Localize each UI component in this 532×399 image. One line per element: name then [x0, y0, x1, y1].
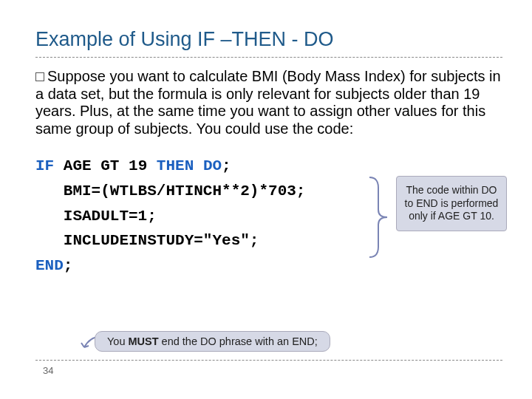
square-bullet-icon: [35, 72, 44, 81]
callout-box: The code within DO to END is performed o…: [396, 176, 507, 231]
code-text: AGE GT 19: [54, 157, 157, 174]
footer: 34: [35, 360, 502, 377]
end-note-post: end the DO phrase with an END;: [159, 335, 318, 347]
page-number: 34: [43, 365, 53, 376]
code-line-2: BMI=(WTLBS/HTINCH**2)*703;: [35, 183, 305, 200]
code-text: ;: [222, 157, 231, 174]
end-note-box: You MUST end the DO phrase with an END;: [95, 331, 330, 352]
code-text: ;: [64, 257, 73, 274]
keyword-do: DO: [203, 157, 222, 174]
keyword-end: END: [35, 257, 64, 274]
slide-title: Example of Using IF –THEN - DO: [35, 28, 502, 58]
code-line-3: ISADULT=1;: [35, 208, 157, 225]
keyword-then: THEN: [157, 157, 194, 174]
body-paragraph: Suppose you want to calculate BMI (Body …: [35, 68, 502, 137]
keyword-if: IF: [35, 157, 54, 174]
code-line-4: INCLUDEINSTUDY="Yes";: [35, 232, 259, 249]
end-note-pre: You: [107, 335, 129, 347]
brace-icon: [364, 173, 393, 262]
code-block-area: IF AGE GT 19 THEN DO; BMI=(WTLBS/HTINCH*…: [35, 154, 502, 278]
end-note-bold: MUST: [129, 335, 159, 347]
paragraph-text: Suppose you want to calculate BMI (Body …: [35, 68, 501, 137]
